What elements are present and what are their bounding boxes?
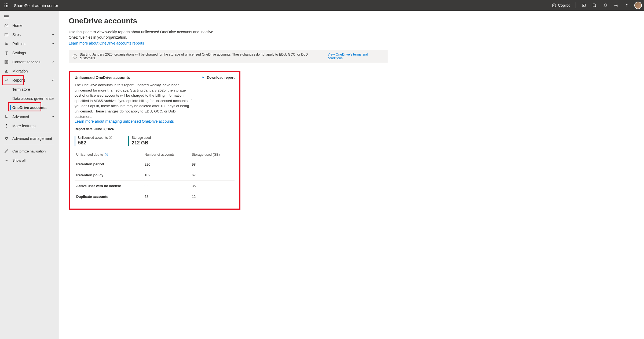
table-row[interactable]: Retention period22098	[75, 159, 235, 170]
sidebar-item-sites[interactable]: Sites	[0, 30, 59, 39]
sidebar-item-label: Show all	[12, 158, 25, 162]
migration-icon	[4, 69, 9, 73]
download-label: Download report	[207, 75, 235, 79]
download-icon	[201, 76, 205, 79]
sidebar-item-customize-nav[interactable]: Customize navigation	[0, 147, 59, 156]
svg-rect-0	[5, 3, 5, 4]
sidebar-item-advanced-management[interactable]: Advanced management	[0, 134, 59, 143]
stat-value: 562	[78, 140, 112, 146]
svg-rect-8	[8, 6, 8, 7]
sidebar-item-reports[interactable]: Reports	[0, 76, 59, 85]
sidebar-item-label: Advanced	[12, 115, 29, 119]
app-title: SharePoint admin center	[14, 3, 58, 8]
info-banner: i Starting January 2025, organizations w…	[69, 50, 388, 63]
stat-label: Storage used	[132, 136, 151, 140]
svg-rect-1	[6, 3, 7, 4]
download-report-button[interactable]: Download report	[201, 75, 235, 79]
notifications-icon[interactable]	[601, 1, 610, 10]
nav-separator	[4, 132, 54, 132]
sidebar-subitem-onedrive-accounts[interactable]: OneDrive accounts	[0, 103, 59, 112]
svg-point-24	[6, 124, 7, 125]
cell-reason: Retention period	[75, 159, 143, 170]
svg-rect-13	[5, 33, 8, 36]
sidebar-item-more-features[interactable]: More features	[0, 121, 59, 130]
learn-more-link[interactable]: Learn more about OneDrive accounts repor…	[69, 41, 144, 45]
info-icon[interactable]: i	[105, 153, 108, 156]
banner-link[interactable]: View OneDrive's terms and conditions	[328, 53, 384, 60]
sidebar-subitem-data-access[interactable]: Data access governance	[0, 94, 59, 103]
sidebar-item-policies[interactable]: Policies	[0, 39, 59, 48]
page-description: Use this page to view weekly reports abo…	[69, 30, 219, 40]
cell-reason: Active user with no license	[75, 180, 143, 191]
svg-point-26	[6, 127, 7, 128]
sidebar-item-label: Data access governance	[12, 96, 54, 101]
cell-storage: 67	[190, 170, 235, 180]
sidebar-item-label: Reports	[12, 78, 25, 82]
teaching-icon[interactable]	[579, 1, 589, 10]
chevron-down-icon	[51, 115, 54, 118]
sidebar-item-label: Sites	[12, 32, 21, 37]
sidebar-item-label: Migration	[12, 69, 28, 73]
svg-rect-6	[5, 6, 5, 7]
avatar[interactable]	[634, 2, 642, 9]
sidebar-item-advanced[interactable]: Advanced	[0, 112, 59, 121]
settings-gear-icon[interactable]	[611, 1, 621, 10]
ellipsis-icon	[4, 158, 9, 162]
sidebar-item-label: Content services	[12, 60, 40, 64]
sidebar-item-label: Advanced management	[12, 136, 52, 141]
stat-storage-used: Storage used 212 GB	[128, 136, 151, 146]
svg-point-28	[6, 160, 7, 161]
cell-count: 92	[143, 180, 190, 191]
card-learn-link[interactable]: Learn more about managing unlicensed One…	[75, 119, 174, 123]
table-header-reason[interactable]: Unlicensed due to i	[75, 151, 143, 159]
sidebar-item-label: Policies	[12, 42, 25, 46]
table-row[interactable]: Retention policy18267	[75, 170, 235, 180]
reports-icon	[4, 78, 9, 82]
cell-storage: 98	[190, 159, 235, 170]
help-icon[interactable]	[622, 1, 632, 10]
svg-rect-20	[5, 62, 6, 64]
chevron-down-icon	[51, 42, 54, 45]
svg-rect-3	[5, 5, 5, 6]
main-content: OneDrive accounts Use this page to view …	[59, 11, 644, 339]
sidebar-item-label: Customize navigation	[12, 149, 46, 153]
stat-value: 212 GB	[132, 140, 151, 146]
unlicensed-report-card: Unlicensed OneDrive accounts Download re…	[69, 71, 240, 209]
sidebar-item-label: Home	[12, 23, 22, 28]
app-launcher-icon[interactable]	[2, 1, 11, 10]
unlicensed-table: Unlicensed due to i Number of accounts S…	[75, 151, 235, 202]
table-row[interactable]: Active user with no license9235	[75, 180, 235, 191]
sidebar-item-content-services[interactable]: Content services	[0, 57, 59, 67]
svg-rect-7	[6, 6, 7, 7]
topbar-divider	[576, 2, 576, 8]
table-header-count[interactable]: Number of accounts	[143, 151, 190, 159]
svg-point-29	[8, 160, 8, 161]
stat-label: Unlicensed accounts	[78, 136, 108, 140]
topbar: SharePoint admin center Copilot	[0, 0, 644, 11]
svg-rect-5	[8, 5, 8, 6]
sidebar-item-settings[interactable]: Settings	[0, 48, 59, 57]
svg-rect-4	[6, 5, 7, 6]
table-row[interactable]: Duplicate accounts6812	[75, 191, 235, 202]
sidebar-item-show-all[interactable]: Show all	[0, 156, 59, 165]
collapse-nav-icon[interactable]	[0, 12, 59, 21]
gear-icon	[4, 51, 9, 55]
sidebar-subitem-term-store[interactable]: Term store	[0, 85, 59, 94]
table-header-storage[interactable]: Storage used (GB)	[190, 151, 235, 159]
svg-rect-19	[7, 60, 8, 62]
sidebar-item-label: Term store	[12, 87, 30, 92]
copilot-button[interactable]: Copilot	[549, 2, 572, 9]
add-card-icon[interactable]	[590, 1, 599, 10]
copilot-label: Copilot	[558, 3, 570, 8]
sidebar-item-migration[interactable]: Migration	[0, 67, 59, 76]
stat-unlicensed-accounts: Unlicensed accounts i 562	[75, 136, 112, 146]
sidebar-item-home[interactable]: Home	[0, 21, 59, 30]
svg-point-12	[616, 5, 617, 6]
cell-count: 220	[143, 159, 190, 170]
chevron-down-icon	[51, 33, 54, 36]
info-icon[interactable]: i	[109, 136, 112, 139]
svg-point-27	[5, 160, 6, 161]
sites-icon	[4, 32, 9, 37]
more-features-icon	[4, 124, 9, 128]
svg-rect-2	[8, 3, 8, 4]
